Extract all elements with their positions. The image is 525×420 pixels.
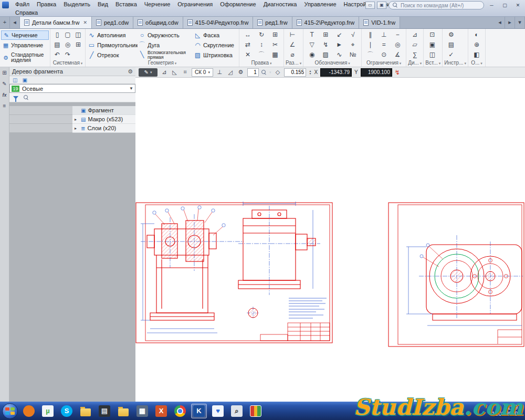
centerline-icon[interactable]: ⌖ (346, 40, 360, 50)
fix-icon[interactable]: ⊙ (377, 50, 391, 60)
tree-item[interactable]: ▸▤Макро (x523) (9, 115, 135, 124)
tab-scroll-left2-icon[interactable]: ◂ (495, 17, 505, 28)
segment-tool[interactable]: ╱Отрезок (87, 50, 138, 60)
step-spinner[interactable]: ▲▼ (309, 68, 311, 77)
search-app-icon[interactable]: ⌕ (229, 404, 245, 418)
x-coordinate-input[interactable] (320, 68, 352, 77)
zoom-icon[interactable] (261, 70, 267, 75)
menu-item[interactable]: Вид (94, 0, 112, 9)
fillet-edit-icon[interactable]: ⌒ (255, 50, 268, 60)
undo-icon[interactable]: ↶ (52, 50, 62, 60)
menu-item[interactable]: Файл (12, 0, 33, 9)
new-document-icon[interactable]: ▯ (52, 30, 62, 40)
vertical-icon[interactable]: ∣ (363, 40, 377, 50)
document-tab[interactable]: ред1.frw (253, 17, 292, 28)
drawing-canvas[interactable] (135, 78, 525, 402)
linear-dimension-icon[interactable]: ⊢ (286, 30, 299, 40)
mode-drawing-button[interactable]: ✎Черчение (1, 30, 49, 40)
ribbon-section-label[interactable]: Системная (52, 60, 83, 67)
documents-folder-icon[interactable] (116, 404, 131, 418)
sum-icon[interactable]: ∑ (408, 50, 422, 60)
firefox-icon[interactable] (21, 404, 37, 418)
insert-fragment-icon[interactable]: ⊡ (425, 30, 439, 40)
ribbon-section-label[interactable]: Ограничения (363, 60, 404, 67)
clipboard-icon[interactable]: ⊞ (73, 40, 83, 50)
menu-item[interactable]: Выделить (60, 0, 94, 9)
circle-tool[interactable]: ○Окружность (138, 30, 193, 40)
menu-item[interactable]: Черчение (141, 0, 174, 9)
library-icon[interactable] (248, 404, 264, 418)
concentric-icon[interactable]: ◎ (391, 40, 404, 50)
leader-icon[interactable]: ↙ (332, 30, 346, 40)
menu-item[interactable]: Справка (12, 9, 41, 17)
perpendicular-snap-icon[interactable]: ⊥ (216, 69, 224, 76)
grid-icon[interactable]: ⌗ (181, 69, 189, 76)
horizontal-icon[interactable]: − (391, 30, 404, 40)
construction-line-tool[interactable]: ╲Вспомогательная прямая (138, 50, 193, 60)
heart-app-icon[interactable]: ♥ (210, 404, 226, 418)
scale-icon[interactable]: ↕ (255, 40, 268, 50)
utorrent-icon[interactable]: µ (40, 404, 56, 418)
chevron-down-icon[interactable]: ▾ (269, 70, 271, 75)
ribbon-section-label[interactable]: Раз... (286, 60, 301, 67)
number-icon[interactable]: № (346, 50, 360, 60)
ribbon-section-label[interactable]: Правка (241, 60, 282, 67)
document-tab[interactable]: VID-1.frw (359, 17, 400, 28)
minimize-button[interactable]: ─ (486, 2, 497, 9)
file-manager-icon[interactable]: ▤ (97, 404, 112, 418)
save-icon[interactable]: ◫ (73, 30, 83, 40)
autoline-tool[interactable]: ∿Автолиния (87, 30, 138, 40)
angle-snap-icon[interactable]: ⊿ (160, 69, 168, 76)
view-arrow-icon[interactable]: ► (332, 40, 346, 50)
add-tab-button[interactable]: + (0, 17, 10, 28)
arc-tool[interactable]: ⌒Дуга (138, 40, 193, 50)
corner-snap-icon[interactable]: ◿ (226, 69, 234, 76)
wave-line-icon[interactable]: ∿ (332, 50, 346, 60)
menu-item[interactable]: Правка (33, 0, 60, 9)
copy-icon[interactable]: ⊞ (268, 30, 282, 40)
document-tab[interactable]: общвид.cdw (133, 17, 183, 28)
tab-scroll-left-icon[interactable]: ◂ (10, 17, 20, 28)
angular-dimension-icon[interactable]: ∠ (286, 40, 299, 50)
move-icon[interactable]: ↔ (241, 30, 255, 40)
calculator-icon[interactable]: ▦ (134, 404, 150, 418)
close-button[interactable]: ✕ (512, 2, 523, 9)
drawing-area[interactable] (135, 78, 525, 402)
layer-select[interactable]: 19 Осевые ▼ (9, 84, 135, 93)
menu-item[interactable]: Ограничения (174, 0, 216, 9)
x-app-icon[interactable]: X (153, 404, 169, 418)
step-input[interactable] (284, 68, 306, 77)
tree-item[interactable]: ▣Фрагмент (9, 106, 135, 115)
gear-icon[interactable]: ⚙ (128, 68, 133, 75)
mirror-icon[interactable]: ⇄ (241, 40, 255, 50)
ribbon-section-label[interactable]: Вст... (425, 60, 440, 67)
mode-management-button[interactable]: ▦Управление (1, 40, 49, 50)
spinner-down-icon[interactable]: ▼ (309, 72, 311, 75)
print-preview-icon[interactable]: ◎ (62, 40, 73, 50)
expand-arrow-icon[interactable]: ▸ (75, 126, 79, 131)
command-search[interactable] (388, 1, 484, 9)
tree-item[interactable]: ▸≣Слои (x20) (9, 124, 135, 133)
app-icon[interactable] (2, 2, 9, 8)
menu-item[interactable]: Вставка (112, 0, 141, 9)
image-icon[interactable]: ▣ (22, 77, 27, 83)
pencil-panel-icon[interactable]: ✎ (1, 80, 8, 88)
chamfer-tool[interactable]: ◺Фаска (193, 30, 237, 40)
open-document-icon[interactable]: ▢ (62, 30, 73, 40)
macro-tools-icon[interactable]: ▤ (444, 40, 458, 50)
array-icon[interactable]: ▦ (268, 50, 282, 60)
parallel-icon[interactable]: ∥ (363, 30, 377, 40)
ribbon-section-label[interactable]: Инстр... (444, 60, 466, 67)
tab-scroll-right-icon[interactable]: ▸ (505, 17, 515, 28)
ribbon-section-label[interactable]: Ди... (408, 60, 422, 67)
kompas-icon[interactable]: K (191, 404, 207, 418)
ortho-snap-icon[interactable]: ◺ (171, 69, 178, 76)
add-icon[interactable]: ⊕ (470, 40, 484, 50)
print-icon[interactable]: ▤ (52, 40, 62, 50)
menu-item[interactable]: Управление (300, 0, 340, 9)
tools-icon[interactable]: ⚙ (444, 30, 458, 40)
hatch-note-icon[interactable]: ▨ (319, 50, 332, 60)
hatch-tool[interactable]: ▨Штриховка (193, 50, 237, 60)
filter-icon[interactable] (13, 96, 18, 99)
chrome-icon[interactable] (172, 404, 188, 418)
